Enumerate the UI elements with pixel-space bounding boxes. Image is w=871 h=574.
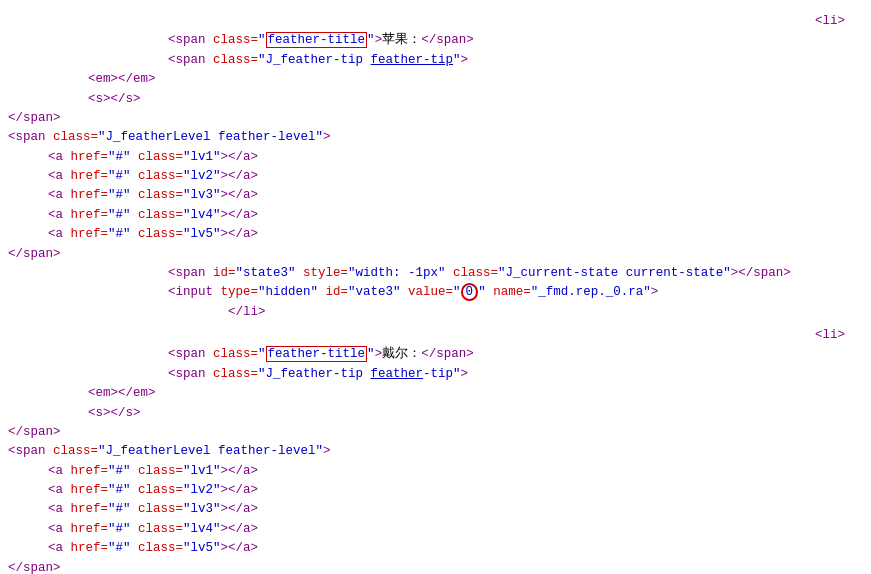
line-14: <span id="state3" style="width: -1px" cl… (8, 264, 863, 283)
line-7: <span class="J_featherLevel feather-leve… (8, 128, 863, 147)
feather-title-box-2: feather-title (266, 346, 368, 362)
tag-li-open-1: <li> (815, 12, 845, 31)
line-2: <span class="feather-title">苹果：</span> (8, 31, 863, 50)
code-view: <li> <span class="feather-title">苹果：</sp… (0, 8, 871, 574)
line-26: <a href="#" class="lv3"></a> (8, 500, 863, 519)
line-8: <a href="#" class="lv1"></a> (8, 148, 863, 167)
line-25: <a href="#" class="lv2"></a> (8, 481, 863, 500)
line-9: <a href="#" class="lv2"></a> (8, 167, 863, 186)
line-10: <a href="#" class="lv3"></a> (8, 186, 863, 205)
tag-li-open-2: <li> (815, 326, 845, 345)
line-21: <s></s> (8, 404, 863, 423)
line-1: <li> (8, 12, 863, 31)
feather-title-box-1: feather-title (266, 32, 368, 48)
line-5: <s></s> (8, 90, 863, 109)
line-18: <span class="feather-title">戴尔：</span> (8, 345, 863, 364)
line-29: </span> (8, 559, 863, 575)
line-13: </span> (8, 245, 863, 264)
line-28: <a href="#" class="lv5"></a> (8, 539, 863, 558)
line-4: <em></em> (8, 70, 863, 89)
line-24: <a href="#" class="lv1"></a> (8, 462, 863, 481)
line-16: </li> (8, 303, 863, 322)
line-6: </span> (8, 109, 863, 128)
line-12: <a href="#" class="lv5"></a> (8, 225, 863, 244)
line-20: <em></em> (8, 384, 863, 403)
line-11: <a href="#" class="lv4"></a> (8, 206, 863, 225)
line-15: <input type="hidden" id="vate3" value="0… (8, 283, 863, 302)
line-27: <a href="#" class="lv4"></a> (8, 520, 863, 539)
line-3: <span class="J_feather-tip feather-tip"> (8, 51, 863, 70)
line-23: <span class="J_featherLevel feather-leve… (8, 442, 863, 461)
value-circle-3: 0 (461, 283, 479, 301)
line-17: <li> (8, 326, 863, 345)
line-19: <span class="J_feather-tip feather-tip"> (8, 365, 863, 384)
line-22: </span> (8, 423, 863, 442)
